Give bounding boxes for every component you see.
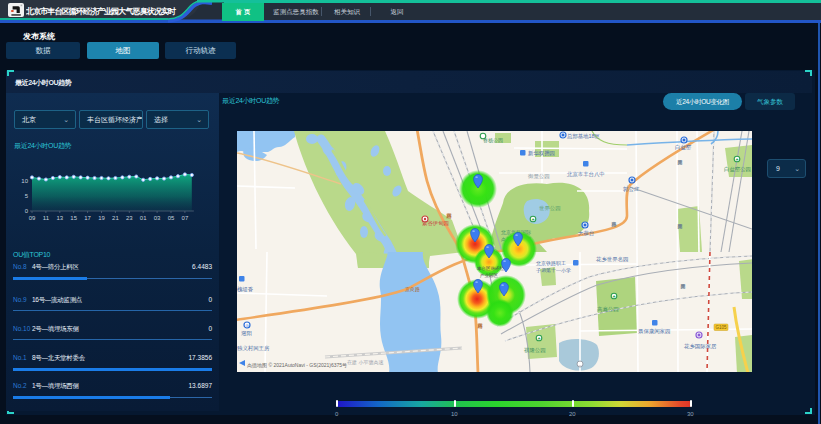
- svg-text:遛阳: 遛阳: [241, 330, 252, 337]
- svg-text:19: 19: [98, 215, 105, 221]
- svg-text:07: 07: [182, 215, 189, 221]
- svg-text:♣: ♣: [736, 157, 739, 162]
- svg-text:祺隆公园: 祺隆公园: [524, 347, 546, 354]
- svg-text:花乡世界名园: 花乡世界名园: [596, 256, 628, 263]
- svg-text:北京市丰台八中: 北京市丰台八中: [566, 171, 605, 178]
- svg-text:花乡国际家居: 花乡国际家居: [684, 343, 717, 350]
- svg-text:北京铁路职工: 北京铁路职工: [536, 260, 566, 267]
- svg-text:—: —: [578, 362, 582, 367]
- svg-text:在建 小苲塘高速: 在建 小苲塘高速: [347, 359, 383, 366]
- svg-text:春杨公园: 春杨公园: [483, 137, 503, 144]
- svg-text:♣: ♣: [532, 217, 535, 222]
- svg-text:01: 01: [140, 215, 147, 221]
- svg-text:独义村回王房: 独义村回王房: [237, 345, 270, 352]
- svg-text:G105: G105: [715, 325, 727, 330]
- svg-text:产业园区: 产业园区: [480, 272, 499, 278]
- svg-text:21: 21: [112, 215, 119, 221]
- svg-text:御景公园: 御景公园: [527, 173, 550, 180]
- svg-text:03: 03: [154, 215, 161, 221]
- svg-text:13: 13: [56, 215, 63, 221]
- svg-text:聂保康闲家园: 聂保康闲家园: [638, 328, 670, 335]
- svg-text:05: 05: [168, 215, 175, 221]
- svg-text:郭公庄: 郭公庄: [623, 186, 640, 193]
- svg-text:5: 5: [25, 193, 29, 199]
- svg-text:子弟第十一小学: 子弟第十一小学: [536, 267, 571, 274]
- svg-text:大葆台: 大葆台: [578, 230, 594, 236]
- svg-text:10: 10: [21, 178, 28, 184]
- svg-text:总部基地18区: 总部基地18区: [566, 133, 601, 140]
- svg-text:高德地图 © 2021AutoNavi - GS(2021): 高德地图 © 2021AutoNavi - GS(2021)6375号: [247, 362, 347, 369]
- svg-text:15: 15: [70, 215, 77, 221]
- svg-text:白盆窑公园: 白盆窑公园: [724, 166, 751, 173]
- svg-text:♣: ♣: [613, 294, 616, 299]
- svg-text:♣: ♣: [538, 336, 541, 341]
- svg-text:槐堤香: 槐堤香: [237, 286, 254, 293]
- svg-text:紫谷伊甸园: 紫谷伊甸园: [422, 220, 449, 227]
- svg-text:京良路: 京良路: [405, 286, 420, 292]
- svg-text:G: G: [245, 323, 248, 328]
- svg-text:白盆窑: 白盆窑: [675, 144, 692, 151]
- svg-text:09: 09: [29, 215, 36, 221]
- svg-text:0: 0: [25, 208, 29, 214]
- svg-text:高鑫公园: 高鑫公园: [597, 306, 619, 313]
- svg-text:新华双拥园: 新华双拥园: [528, 150, 555, 157]
- svg-text:23: 23: [126, 215, 133, 221]
- svg-text:11: 11: [43, 215, 50, 221]
- svg-text:17: 17: [84, 215, 91, 221]
- svg-text:世界公园: 世界公园: [539, 205, 561, 212]
